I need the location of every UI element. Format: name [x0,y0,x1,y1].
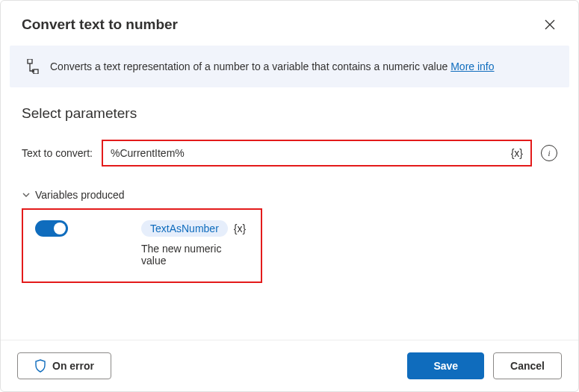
svg-rect-1 [34,69,38,74]
dialog-footer: On error Save Cancel [1,340,578,391]
save-button[interactable]: Save [407,352,484,379]
chevron-down-icon [22,190,31,199]
info-icon[interactable]: i [541,145,557,161]
variable-name-pill[interactable]: TextAsNumber [141,220,228,237]
produce-variable-toggle[interactable] [35,220,68,237]
insert-variable-icon[interactable]: {x} [511,147,523,159]
text-to-convert-label: Text to convert: [22,147,93,159]
variable-token-icon: {x} [234,223,246,234]
variables-produced-toggle[interactable]: Variables produced [22,189,557,201]
on-error-button[interactable]: On error [17,352,111,379]
text-to-convert-input-wrap[interactable]: {x} [102,140,532,167]
on-error-label: On error [52,360,94,372]
info-banner: Converts a text representation of a numb… [10,46,569,87]
text-to-convert-input[interactable] [111,147,511,159]
close-button[interactable] [539,14,560,35]
banner-description: Converts a text representation of a numb… [50,60,450,72]
more-info-link[interactable]: More info [450,60,494,72]
text-to-convert-row: Text to convert: {x} i [22,140,557,167]
convert-icon [26,59,40,74]
variables-produced-box: TextAsNumber {x} The new numeric value [22,208,262,283]
close-icon [545,19,555,30]
content-area: Select parameters Text to convert: {x} i… [1,87,578,340]
shield-icon [34,359,46,373]
variables-produced-label: Variables produced [35,189,125,201]
banner-text: Converts a text representation of a numb… [50,60,495,72]
cancel-button[interactable]: Cancel [493,352,562,379]
variable-description: The new numeric value [141,243,249,267]
section-title: Select parameters [22,105,557,122]
dialog-title: Convert text to number [22,16,178,33]
svg-rect-0 [28,59,32,63]
